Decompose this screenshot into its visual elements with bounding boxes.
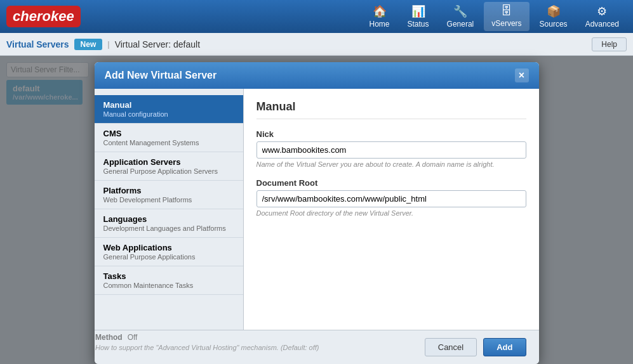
category-platforms-subtitle: Web Development Platforms xyxy=(103,196,234,204)
new-badge[interactable]: New xyxy=(74,39,103,50)
docroot-label: Document Root xyxy=(257,178,526,188)
sub-nav: Virtual Servers New | Virtual Server: de… xyxy=(0,33,633,56)
category-languages[interactable]: Languages Development Languages and Plat… xyxy=(95,209,243,238)
nav-item-status[interactable]: 📊 Status xyxy=(400,2,437,31)
advanced-icon: ⚙ xyxy=(597,4,607,18)
category-app-servers-subtitle: General Purpose Application Servers xyxy=(103,167,234,175)
docroot-hint: Document Root directory of the new Virtu… xyxy=(257,209,526,217)
category-platforms[interactable]: Platforms Web Development Platforms xyxy=(95,181,243,209)
method-hint: How to support the "Advanced Virtual Hos… xyxy=(95,344,319,351)
category-web-apps-title: Web Applications xyxy=(103,243,234,252)
category-cms-title: CMS xyxy=(103,129,234,138)
category-languages-subtitle: Development Languages and Platforms xyxy=(103,224,234,232)
nick-hint: Name of the Virtual Server you are about… xyxy=(257,160,526,168)
separator: | xyxy=(107,39,109,49)
nick-field-group: Nick Name of the Virtual Server you are … xyxy=(257,129,526,168)
logo-text: cherokee xyxy=(13,8,74,24)
panel-title: Manual xyxy=(257,100,526,119)
docroot-field-group: Document Root Document Root directory of… xyxy=(257,178,526,217)
main-content: default /var/www/cheroke... Add New Virt… xyxy=(0,56,633,364)
status-icon: 📊 xyxy=(411,4,425,18)
nav-item-sources[interactable]: 📦 Sources xyxy=(532,2,575,31)
category-manual-title: Manual xyxy=(103,100,234,110)
method-value: Off xyxy=(128,333,138,342)
category-manual[interactable]: Manual Manual configuration xyxy=(95,95,243,124)
nav-item-home[interactable]: 🏠 Home xyxy=(362,2,397,31)
nav-item-advanced[interactable]: ⚙ Advanced xyxy=(578,2,627,31)
general-icon: 🔧 xyxy=(453,4,467,18)
category-app-servers-title: Application Servers xyxy=(103,157,234,167)
virtual-servers-title[interactable]: Virtual Servers xyxy=(6,39,69,49)
cancel-button[interactable]: Cancel xyxy=(425,338,477,356)
nav-label-general: General xyxy=(447,20,474,29)
nav-item-general[interactable]: 🔧 General xyxy=(439,2,482,31)
category-app-servers[interactable]: Application Servers General Purpose Appl… xyxy=(95,152,243,181)
home-icon: 🏠 xyxy=(373,4,387,18)
modal-close-button[interactable]: × xyxy=(515,68,529,82)
category-languages-title: Languages xyxy=(103,214,234,224)
category-platforms-title: Platforms xyxy=(103,186,234,195)
method-label: Method xyxy=(95,333,123,342)
background-method-row: Method Off How to support the "Advanced … xyxy=(89,324,325,358)
help-button[interactable]: Help xyxy=(592,37,627,51)
nav-item-vservers[interactable]: 🗄 vServers xyxy=(484,2,529,31)
category-cms-subtitle: Content Management Systems xyxy=(103,139,234,146)
category-tasks-subtitle: Common Maintenance Tasks xyxy=(103,282,234,289)
sources-icon: 📦 xyxy=(547,4,561,18)
category-cms[interactable]: CMS Content Management Systems xyxy=(95,124,243,152)
nick-input[interactable] xyxy=(257,141,526,159)
category-panel: Manual Manual configuration CMS Content … xyxy=(95,89,244,330)
nav-items: 🏠 Home 📊 Status 🔧 General 🗄 vServers 📦 S… xyxy=(362,2,627,31)
modal-header: Add New Virtual Server × xyxy=(95,62,539,89)
nav-label-advanced: Advanced xyxy=(585,20,619,29)
category-tasks-title: Tasks xyxy=(103,271,234,281)
nav-label-sources: Sources xyxy=(540,20,568,29)
modal-title: Add New Virtual Server xyxy=(105,70,217,81)
top-nav: cherokee 🏠 Home 📊 Status 🔧 General 🗄 vSe… xyxy=(0,0,633,33)
add-virtual-server-modal: Add New Virtual Server × Manual Manual c… xyxy=(95,62,539,364)
nav-label-vservers: vServers xyxy=(491,19,521,28)
nick-label: Nick xyxy=(257,129,526,139)
current-page-title: Virtual Server: default xyxy=(115,39,200,49)
add-button[interactable]: Add xyxy=(483,338,526,356)
modal-overlay: Add New Virtual Server × Manual Manual c… xyxy=(0,56,633,364)
modal-body: Manual Manual configuration CMS Content … xyxy=(95,89,539,330)
category-manual-subtitle: Manual configuration xyxy=(103,110,234,118)
nav-label-home: Home xyxy=(370,20,390,29)
category-tasks[interactable]: Tasks Common Maintenance Tasks xyxy=(95,266,243,295)
category-web-apps[interactable]: Web Applications General Purpose Applica… xyxy=(95,238,243,266)
logo[interactable]: cherokee xyxy=(6,6,81,27)
docroot-input[interactable] xyxy=(257,190,526,207)
category-web-apps-subtitle: General Purpose Applications xyxy=(103,253,234,261)
nav-label-status: Status xyxy=(408,20,429,29)
vservers-icon: 🗄 xyxy=(501,4,512,18)
manual-config-panel: Manual Nick Name of the Virtual Server y… xyxy=(244,89,539,330)
